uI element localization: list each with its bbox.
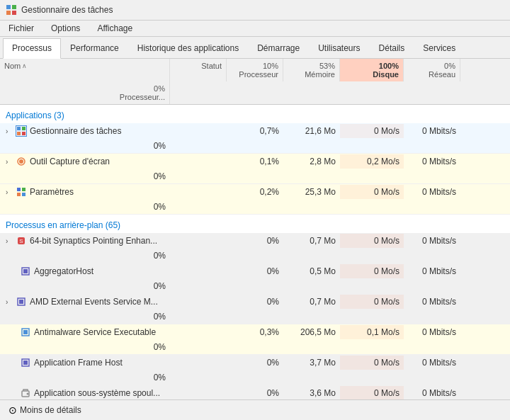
col-net-pct: 0% xyxy=(444,62,455,70)
process-name-settings: › Paramètres xyxy=(0,184,170,200)
col-disk-label: Disque xyxy=(373,70,399,79)
expand-icon[interactable]: › xyxy=(6,237,13,245)
tab-bar: Processus Performance Historique des app… xyxy=(0,37,510,59)
process-disk-2: 0 Mo/s xyxy=(340,185,404,199)
app-icon xyxy=(6,4,17,16)
svg-rect-7 xyxy=(22,132,26,135)
svg-rect-6 xyxy=(17,132,21,135)
section-background: Processus en arrière-plan (65) xyxy=(0,215,510,233)
process-net-0: 0 Mbits/s xyxy=(404,124,460,138)
table-row[interactable]: › AMD External Events Service M... 0% 0,… xyxy=(0,294,510,324)
col-statut-label: Statut xyxy=(201,62,222,70)
section-applications: Applications (3) xyxy=(0,105,510,123)
svg-rect-5 xyxy=(22,127,26,130)
process-cpu-2: 0,2% xyxy=(227,185,283,199)
process-name-screen-capture: › Outil Capture d'écran xyxy=(0,154,170,169)
svg-rect-17 xyxy=(23,269,28,273)
menu-affichage[interactable]: Affichage xyxy=(94,22,135,35)
col-proc-label: Processeur... xyxy=(120,93,165,101)
process-icon-antimalware xyxy=(20,327,31,338)
table-row[interactable]: › Outil Capture d'écran 0,1% 2,8 Mo 0,2 … xyxy=(0,154,510,184)
tab-utilisateurs[interactable]: Utilisateurs xyxy=(309,38,369,58)
expand-icon[interactable]: › xyxy=(6,298,13,306)
bottom-bar[interactable]: ⊙ Moins de détails xyxy=(0,399,510,420)
process-statut-0 xyxy=(170,129,227,133)
main-content: Nom ∧ Statut 10% Processeur 53% Mémoire … xyxy=(0,59,510,420)
tab-details[interactable]: Détails xyxy=(370,38,414,58)
tab-historique[interactable]: Historique des applications xyxy=(128,38,248,58)
process-icon-app-frame xyxy=(20,357,31,368)
process-icon-amd xyxy=(16,296,27,307)
process-name-spooler: Application sous-système spoul... xyxy=(0,385,170,401)
expand-icon[interactable]: › xyxy=(6,188,13,196)
moins-details-label: Moins de détails xyxy=(20,405,81,415)
table-row[interactable]: AggregatorHost 0% 0,5 Mo 0 Mo/s 0 Mbits/… xyxy=(0,263,510,294)
svg-rect-19 xyxy=(19,300,23,304)
process-mem-2: 25,3 Mo xyxy=(283,185,340,199)
column-headers: Nom ∧ Statut 10% Processeur 53% Mémoire … xyxy=(0,59,510,105)
process-name-task-manager: › Gestionnaire des tâches xyxy=(0,123,170,139)
tab-processus[interactable]: Processus xyxy=(3,38,61,59)
col-mem-label: Mémoire xyxy=(305,70,335,79)
col-disk-pct: 100% xyxy=(379,62,399,70)
col-memory[interactable]: 53% Mémoire xyxy=(283,59,340,81)
col-cpu-label: Processeur xyxy=(239,70,278,79)
process-mem-1: 2,8 Mo xyxy=(283,154,340,169)
table-row[interactable]: Application Frame Host 0% 3,7 Mo 0 Mo/s … xyxy=(0,355,510,385)
process-icon-spooler xyxy=(20,387,31,399)
table-row[interactable]: › Gestionnaire des tâches 0,7% 21,6 Mo 0… xyxy=(0,123,510,154)
svg-rect-4 xyxy=(17,127,21,130)
title-bar: Gestionnaire des tâches xyxy=(0,0,510,21)
svg-rect-3 xyxy=(12,11,16,15)
tab-performance[interactable]: Performance xyxy=(61,38,128,58)
process-cpu-0: 0,7% xyxy=(227,124,283,138)
col-proc-pct: 0% xyxy=(154,84,165,93)
expand-icon[interactable]: › xyxy=(6,127,13,135)
svg-rect-2 xyxy=(6,11,11,15)
process-statut-2 xyxy=(170,190,227,194)
table-row[interactable]: › S 64-bit Synaptics Pointing Enhan... 0… xyxy=(0,233,510,263)
process-proc-0: 0% xyxy=(0,139,170,153)
svg-text:S: S xyxy=(19,238,23,244)
svg-rect-1 xyxy=(12,5,16,9)
process-icon-settings xyxy=(16,186,27,198)
process-name-synaptics: › S 64-bit Synaptics Pointing Enhan... xyxy=(0,233,170,249)
svg-point-9 xyxy=(19,159,23,164)
process-net-2: 0 Mbits/s xyxy=(404,185,460,199)
menu-bar: Fichier Options Affichage xyxy=(0,21,510,37)
sort-arrow-name: ∧ xyxy=(22,62,27,69)
process-icon-aggregator xyxy=(20,266,31,277)
col-name-label: Nom xyxy=(4,62,21,70)
process-cpu-1: 0,1% xyxy=(227,154,283,169)
process-mem-0: 21,6 Mo xyxy=(283,124,340,138)
col-statut[interactable]: Statut xyxy=(170,59,227,81)
col-cpu[interactable]: 10% Processeur xyxy=(227,59,283,81)
col-disk[interactable]: 100% Disque xyxy=(340,59,404,81)
process-disk-1: 0,2 Mo/s xyxy=(340,154,404,169)
process-disk-0: 0 Mo/s xyxy=(340,124,404,138)
process-proc-2: 0% xyxy=(0,200,170,214)
tab-demarrage[interactable]: Démarrage xyxy=(248,38,309,58)
process-name-aggregator: AggregatorHost xyxy=(0,263,170,279)
svg-rect-10 xyxy=(17,188,21,191)
table-row[interactable]: › Paramètres 0,2% 25,3 Mo 0 Mo/s 0 Mbits… xyxy=(0,184,510,215)
svg-rect-13 xyxy=(22,193,26,196)
col-name[interactable]: Nom ∧ xyxy=(0,59,170,81)
process-icon-screen-capture xyxy=(16,156,27,167)
process-name-app-frame: Application Frame Host xyxy=(0,355,170,370)
menu-options[interactable]: Options xyxy=(48,22,83,35)
col-network[interactable]: 0% Réseau xyxy=(404,59,460,81)
moins-details-icon: ⊙ xyxy=(8,404,17,416)
svg-rect-11 xyxy=(22,188,26,191)
process-statut-1 xyxy=(170,159,227,164)
col-proc[interactable]: 0% Processeur... xyxy=(0,81,170,104)
process-name-amd: › AMD External Events Service M... xyxy=(0,294,170,310)
process-icon-task-manager xyxy=(16,125,27,137)
tab-services[interactable]: Services xyxy=(414,38,465,58)
expand-icon[interactable]: › xyxy=(6,158,13,166)
process-icon-synaptics: S xyxy=(16,235,27,246)
table-row[interactable]: Antimalware Service Executable 0,3% 206,… xyxy=(0,324,510,355)
menu-fichier[interactable]: Fichier xyxy=(6,22,37,35)
svg-rect-12 xyxy=(17,193,21,196)
process-name-antimalware: Antimalware Service Executable xyxy=(0,324,170,340)
